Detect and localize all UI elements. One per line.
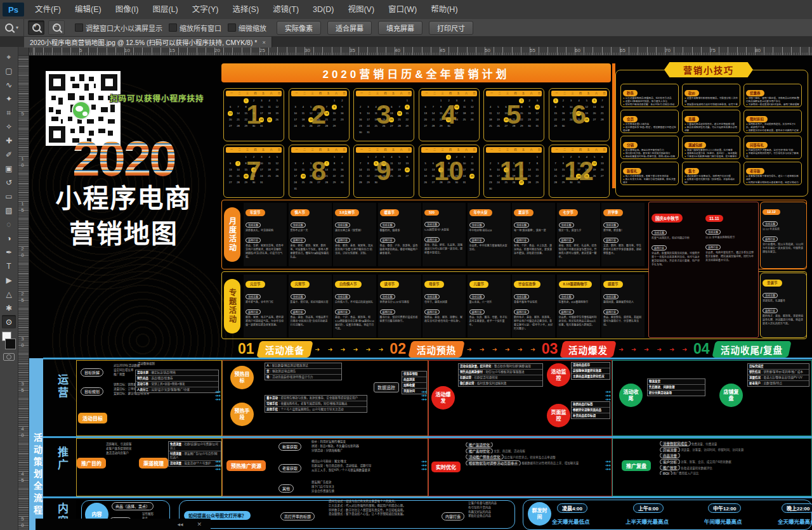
tip-lines: 满减门槛按照客单价1.2-1.5倍设置，拉升客单凑单商品设置引导（低单价、高毛利… [684, 149, 738, 159]
hand-tool[interactable]: ✱ [2, 301, 16, 314]
options-button[interactable]: 适合屏幕 [327, 21, 372, 35]
weekday-strip: 一二三四五六日 [226, 91, 282, 96]
industry-text: 全品类，配置国庆氛围活动页面，可借势开展十一长假外出旅游系列活动，也可与返乡置货… [652, 252, 702, 267]
healing-brush-tool[interactable]: ✚ [2, 134, 16, 147]
menu-item[interactable]: 文字(Y) [185, 0, 226, 19]
brush-tool[interactable]: ✐ [2, 148, 16, 161]
tip-lines: 设立清晰层级，佣金比例平衡有吸引力排行前X名奖励，更多按个性提成奖励和排行佣金结… [623, 149, 676, 159]
ps-logo-icon[interactable]: Ps [3, 3, 24, 16]
options-checkbox[interactable]: 调整窗口大小以满屏显示 [75, 23, 162, 33]
options-button[interactable]: 填充屏幕 [378, 21, 422, 35]
date-grid: 1234567891011121314151617181920212223242… [354, 97, 414, 136]
industry-label: 适用行业 [380, 238, 395, 243]
phase-badge: 活动收尾/复盘 [712, 341, 792, 358]
zoom-tool[interactable]: ⊙ [2, 315, 16, 328]
theme-label: 活动主题 [514, 223, 529, 228]
weekday-strip: 一二三四五六日 [486, 147, 542, 153]
menu-item[interactable]: 选择(S) [225, 0, 266, 19]
tip-lines: 设置中高客单价新奇特/刚需品，可裂变分销二次传播朋友圈/好友群助力砍价可快速拉新… [684, 97, 738, 107]
flow-txt: 对比2019年活动数据设定同比增长率推广预算 [114, 364, 187, 377]
menu-item[interactable]: 文件(F) [28, 0, 68, 19]
flow-txt: 砍价｜利用好友圈传播裂变拼团｜新品+爆款，不失最佳拉新利器分销活动｜分销海报推广 [311, 440, 426, 453]
marquee-tool[interactable]: ▢ [2, 64, 16, 77]
history-brush-tool[interactable]: ↺ [2, 176, 16, 189]
calendar-row-2: 一二三四五六日712345678910111213141516171819202… [223, 145, 610, 198]
industry-label: 适用行业 [514, 238, 529, 243]
crop-tool[interactable]: ⌗ [2, 106, 16, 119]
close-icon[interactable]: × [262, 39, 265, 46]
date-grid: 1234567891011121314151617181920212223242… [484, 153, 544, 193]
menu-item[interactable]: 3D(D) [306, 0, 341, 19]
festival-pill: 12.12 [763, 209, 780, 215]
quick-mask-icon[interactable] [3, 353, 15, 361]
document-tab[interactable]: 2020小程序电商营销地图.jpg @ 12.5% (扫码可以获得小程序扶持, … [24, 37, 272, 48]
phase-group: 03活动爆发➔ ➔ ➔ ➔ ➔ ➔ [542, 341, 690, 358]
weekday-strip: 一二三四五六日 [551, 91, 607, 96]
clone-stamp-tool[interactable]: ▣ [2, 162, 16, 175]
magic-wand-tool[interactable]: ✦ [2, 92, 16, 105]
phase-number: 01 [238, 342, 254, 356]
flow-list: 优惠券领取商品浏览加购收藏页面访问 [402, 371, 427, 394]
bottom-overlay-bar: ◂◂ ✕ [36, 519, 211, 530]
eyedropper-tool[interactable]: ✧ [2, 120, 16, 133]
document-canvas[interactable]: 扫码可以获得小程序扶持 2020 小程序电商 营销地图 2020营销日历&全年营… [29, 55, 812, 530]
theme-text: 集福卡、猜灯谜，花好月圆闹元宵 [291, 301, 330, 304]
flow-txt: 活动整体规划 [138, 362, 214, 366]
pen-tool[interactable]: ✒ [2, 245, 16, 259]
zoom-in-button[interactable]: + [28, 20, 44, 35]
options-button[interactable]: 打印尺寸 [429, 21, 473, 35]
path-select-tool[interactable]: ▶ [2, 273, 16, 287]
options-bar: ▾ + − 调整窗口大小以满屏显示 缩放所有窗口 细微缩放 实际像素 适合屏幕 … [0, 19, 812, 37]
gradient-tool[interactable]: ▧ [2, 204, 16, 217]
options-checkbox[interactable]: 细微缩放 [228, 23, 266, 33]
eraser-tool[interactable]: ▭ [2, 190, 16, 203]
menu-item[interactable]: 窗口(W) [381, 0, 424, 19]
calendar-month: 一二三四五六日312345678910111213141516171819202… [353, 88, 414, 141]
options-button[interactable]: 实际像素 [277, 21, 321, 35]
row-label-operations: 运营 [54, 374, 73, 399]
blur-tool[interactable]: ◌ [2, 217, 16, 231]
dodge-tool[interactable]: ◑ [2, 231, 16, 245]
background-color-swatch[interactable] [5, 339, 16, 349]
menu-item[interactable]: 帮助(H) [424, 0, 464, 19]
document-tab-title: 2020小程序电商营销地图.jpg @ 12.5% (扫码可以获得小程序扶持, … [30, 37, 257, 47]
flow-pill: 新客获取 [278, 443, 301, 451]
shape-tool[interactable]: △ [2, 287, 16, 301]
phase-number: 02 [390, 342, 406, 356]
lasso-tool[interactable]: ∿ [2, 78, 16, 91]
menu-item[interactable]: 编辑(E) [68, 0, 108, 19]
color-swatches[interactable] [1, 332, 16, 349]
tool-preset-dropdown[interactable]: ▾ [0, 19, 24, 36]
menu-item[interactable]: 图像(I) [108, 0, 146, 19]
weekday-strip: 一二三四五六日 [356, 91, 412, 96]
tip-card: 砍价设置中高客单价新奇特/刚需品，可裂变分销二次传播朋友圈/好友群助力砍价可快速… [682, 84, 740, 107]
special-card: 元宵节活动主题集福卡、猜灯谜，花好月圆闹元宵适用行业食品、美妆、饰品等，可借品类… [289, 275, 332, 338]
menu-item[interactable]: 视图(V) [341, 0, 381, 19]
calendar-month: 一二三四五六日712345678910111213141516171819202… [223, 145, 284, 198]
options-checkbox[interactable]: 缩放所有窗口 [169, 23, 221, 33]
special-card: 毕业狂欢季活动主题青春不散场 毕业狂欢适用行业数码电子、美妆、服饰、旅游等，刚毕… [512, 275, 555, 338]
flow-circle: 活动监控 [547, 363, 570, 387]
tips-title: 营销小技巧 [664, 62, 753, 77]
flow-list: 热销商品打标签根据转化调整页面商品补货商品库存标调 [571, 401, 610, 419]
menu-item[interactable]: 图层(L) [145, 0, 185, 19]
move-tool[interactable]: ⌖ [2, 50, 16, 63]
phase-dashes: ➔ ➔ ➔ ➔ ➔ ➔ [315, 346, 387, 352]
flow-arrows-icon: ➔➔➔➔➔➔ [421, 390, 426, 401]
industry-text: 文具、数码、服饰、图书等，学生群体可主推开学季装备清单，提前预售蓄水。 [603, 244, 643, 255]
industry-label: 适用行业 [763, 236, 778, 242]
special-card: 8.18暑期购物节活动主题狂暑热卖，818暑期购物节适用行业全品类，可借助学生党… [557, 275, 600, 338]
type-tool[interactable]: T [2, 259, 16, 273]
flow-arrows-icon: ➔➔➔➔➔➔ [421, 460, 426, 471]
qr-caption: 扫码可以获得小程序扶持 [110, 92, 204, 104]
row-separator [43, 436, 812, 438]
zoom-out-button[interactable]: − [48, 20, 65, 35]
tip-lines: 少量福利商品设定秒杀价，建立不定期直播习惯新品及爆款预售有流量，可以大幅预告及演… [684, 123, 738, 133]
card-christmas: 圣诞节 活动主题圣诞狂欢，礼遇暖冬 适用行业数码电子、美妆、服饰等，圣诞营销适合… [760, 273, 807, 338]
checkbox-icon [169, 23, 177, 32]
menu-item[interactable]: 滤镜(T) [266, 0, 306, 19]
industry-label: 适用行业 [424, 309, 440, 314]
calendar-row-1: 一二三四五六日112345678910111213141516171819202… [223, 88, 610, 141]
flow-cell-pr4: 推广复盘流量数据完成度 免费流量、付费流量店铺流量 浏览量、访客量、访问时间、停… [612, 438, 812, 496]
flow-cbox [523, 500, 812, 530]
